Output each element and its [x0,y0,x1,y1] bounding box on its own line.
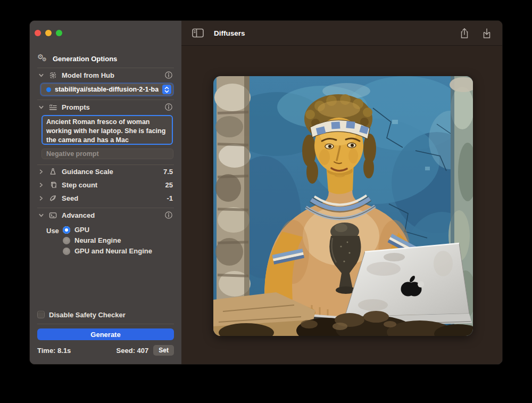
model-select-value: stabilityai/stable-diffusion-2-1-base [55,86,159,93]
seed-label: Seed [62,194,78,202]
share-icon[interactable] [460,28,469,39]
model-from-hub-row[interactable]: Model from Hub [37,68,174,82]
model-from-hub-label: Model from Hub [62,71,114,79]
scale-weight-icon [49,168,57,176]
generation-options-header: ⚙⚙ Generation Options [37,54,174,63]
step-count-row[interactable]: Step count 25 [37,178,174,192]
disable-safety-checker-row[interactable]: Disable Safety Checker [37,309,174,320]
generated-image[interactable] [213,76,473,336]
sidebar-bottom: Disable Safety Checker Generate Time: 8.… [37,309,174,364]
model-select[interactable]: stabilityai/stable-diffusion-2-1-base [41,84,173,95]
download-icon[interactable] [482,28,492,39]
radio-unselected-icon[interactable] [63,248,70,255]
seed-status: Seed: 407 [117,347,149,355]
prompts-label: Prompts [62,103,90,111]
gears-icon: ⚙⚙ [37,54,48,63]
quote-lines-icon [49,103,57,111]
chevron-down-icon[interactable] [38,104,44,110]
step-count-value: 25 [165,181,173,189]
radio-unselected-icon[interactable] [63,237,70,244]
main-area: Diffusers [181,21,502,364]
toolbar: Diffusers [181,21,502,46]
chevron-right-icon[interactable] [38,182,44,188]
select-stepper-icon[interactable] [162,85,171,94]
terminal-icon [49,211,57,219]
negative-prompt-input[interactable] [41,149,173,159]
sidebar: ⚙⚙ Generation Options Model from Hub sta… [30,21,181,364]
seed-value: -1 [167,194,173,202]
window-title: Diffusers [214,29,245,37]
info-icon[interactable] [164,103,173,111]
safety-checkbox[interactable] [37,311,45,318]
minimize-button[interactable] [45,30,52,36]
sidebar-toggle-icon[interactable] [192,28,204,38]
radio-neural-engine[interactable]: Neural Engine [63,236,152,244]
chip-icon [49,71,57,79]
guidance-scale-row[interactable]: Guidance Scale 7.5 [37,165,174,178]
chevron-down-icon[interactable] [38,212,44,218]
radio-gpu[interactable]: GPU [63,226,152,234]
info-icon[interactable] [164,71,173,79]
info-icon[interactable] [164,211,173,219]
advanced-row[interactable]: Advanced [37,208,174,222]
set-seed-button[interactable]: Set [153,345,174,356]
leaf-icon [49,194,57,202]
traffic-lights [35,30,62,36]
advanced-label: Advanced [62,211,95,219]
chevron-right-icon[interactable] [38,169,44,175]
chevron-down-icon[interactable] [38,72,44,78]
guidance-scale-value: 7.5 [163,168,173,176]
seed-row[interactable]: Seed -1 [37,192,174,205]
zoom-button[interactable] [56,30,62,36]
close-button[interactable] [35,30,41,36]
disable-safety-checker-label: Disable Safety Checker [49,311,126,319]
radio-neural-engine-label: Neural Engine [74,236,121,244]
guidance-scale-label: Guidance Scale [62,168,113,176]
divider [37,324,174,324]
prompt-input[interactable]: Ancient Roman fresco of woman working wi… [41,115,173,145]
layers-cube-icon [49,181,57,189]
compute-unit-group: Use GPU Neural Engine GPU and Neural Eng… [37,226,174,255]
radio-selected-icon[interactable] [63,226,70,234]
prompts-row[interactable]: Prompts [37,100,174,114]
time-status: Time: 8.1s [37,347,71,355]
radio-gpu-label: GPU [74,226,89,234]
use-label: Use [46,226,63,255]
generation-options-title: Generation Options [53,55,117,63]
app-window: ⚙⚙ Generation Options Model from Hub sta… [29,20,503,365]
radio-gpu-and-neural-engine[interactable]: GPU and Neural Engine [63,247,152,255]
generate-button[interactable]: Generate [37,328,174,340]
model-status-dot-icon [46,87,51,92]
fresco-artwork [213,76,473,336]
step-count-label: Step count [62,181,97,189]
status-bar: Time: 8.1s Seed: 407 Set [37,344,174,357]
radio-gpu-and-neural-engine-label: GPU and Neural Engine [74,247,152,255]
chevron-right-icon[interactable] [38,195,44,201]
